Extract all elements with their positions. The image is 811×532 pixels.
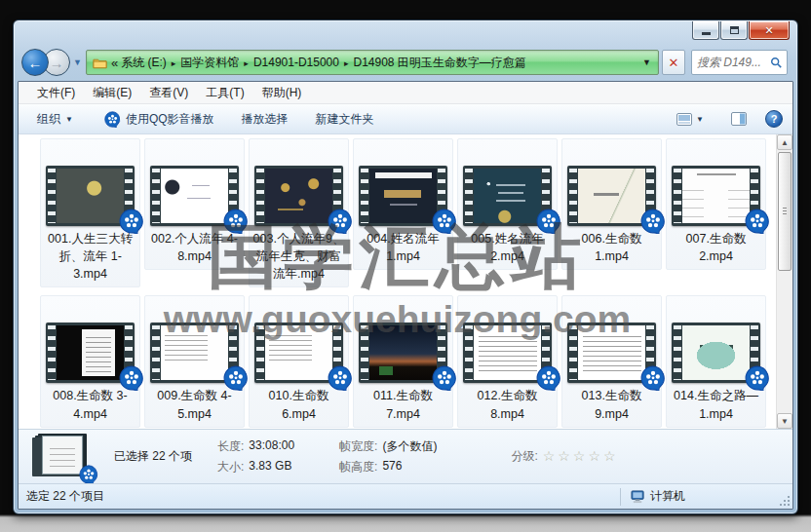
qq-player-overlay-icon [536,365,561,391]
qq-player-overlay-icon [328,365,353,391]
menu-view[interactable]: 查看(V) [140,82,197,104]
qq-player-icon [79,465,98,484]
length-label: 长度: [217,438,244,455]
qq-player-overlay-icon [432,209,457,234]
breadcrumb-separator-icon[interactable] [170,56,178,69]
views-icon [676,113,692,126]
organize-label: 组织 [37,111,60,128]
close-button[interactable]: ✕ [749,21,790,40]
qq-play-button[interactable]: 使用QQ影音播放 [96,107,223,132]
computer-icon [631,490,645,504]
file-tile[interactable]: 013.生命数 9.mp4 [561,295,662,427]
file-tile[interactable]: 004.姓名流年 1.mp4 [353,138,453,270]
new-folder-button[interactable]: 新建文件夹 [307,107,383,132]
command-toolbar: 组织 ▼ 使用QQ影音播放 播放选择 新建文件夹 ▼ [19,104,792,134]
search-icon[interactable] [770,56,782,69]
scrollbar-thumb[interactable] [778,152,792,271]
change-view-button[interactable]: ▼ [668,109,713,130]
file-tile[interactable]: 014.生命之路—1.mp4 [666,295,766,427]
video-filmstrip-icon [150,323,239,383]
vertical-scrollbar[interactable]: ▲ ▼ [776,134,792,429]
filmstrip-sprockets [361,169,368,223]
new-folder-label: 新建文件夹 [316,111,374,128]
video-filmstrip-icon [463,166,552,226]
menu-tools[interactable]: 工具(T) [197,82,252,104]
status-location: 计算机 [650,488,685,505]
menu-help[interactable]: 帮助(H) [253,82,311,104]
file-tile[interactable]: 011.生命数 7.mp4 [353,295,453,427]
filmstrip-sprockets [256,169,264,223]
file-list[interactable]: 001.人生三大转折、流年 1-3.mp4 002.个人流年 4-8.mp4 0… [19,134,792,429]
qq-player-overlay-icon [745,365,770,391]
file-tile[interactable]: 002.个人流年 4-8.mp4 [144,138,245,270]
qq-player-overlay-icon [119,209,144,234]
back-button[interactable]: ← [21,49,49,76]
file-tile[interactable]: 006.生命数 1.mp4 [561,138,662,270]
maximize-button[interactable] [720,21,748,40]
video-filmstrip-icon [463,323,552,383]
scroll-down-button[interactable]: ▼ [777,413,792,429]
file-tile[interactable]: 003.个人流年9、流年生克、财富流年.mp4 [249,138,349,287]
preview-pane-button[interactable] [722,108,755,130]
file-tile[interactable]: 009.生命数 4-5.mp4 [144,295,245,427]
help-button[interactable]: ? [765,110,783,128]
breadcrumb-separator-icon[interactable] [342,56,351,69]
folder-icon [93,57,107,69]
breadcrumb-overflow-icon[interactable] [111,56,118,70]
frame-width-value: (多个数值) [382,438,437,455]
preview-pane-icon [731,112,747,126]
file-name: 007.生命数 2.mp4 [670,230,762,265]
video-filmstrip-icon [359,323,447,383]
organize-dropdown-icon: ▼ [65,115,73,124]
video-thumbnail [369,169,437,223]
video-filmstrip-icon [150,166,239,226]
help-icon: ? [771,113,778,125]
file-tile[interactable]: 001.人生三大转折、流年 1-3.mp4 [40,138,140,287]
selection-stack-icon [32,434,93,480]
file-name: 006.生命数 1.mp4 [565,230,658,265]
stop-icon: ✕ [668,56,678,70]
breadcrumb-folder-2[interactable]: D14901-D15000 [251,56,342,69]
minimize-button[interactable] [692,21,719,40]
video-filmstrip-icon [567,166,656,226]
file-tile[interactable]: 008.生命数 3-4.mp4 [40,295,140,427]
video-thumbnail [57,169,124,223]
address-dropdown-icon[interactable]: ▼ [639,57,654,67]
breadcrumb-folder-current[interactable]: D14908 田明玉生命数字—疗愈篇 [351,55,529,71]
video-filmstrip-icon [254,166,343,226]
recent-pages-dropdown-icon[interactable]: ▼ [73,57,82,67]
menu-file[interactable]: 文件(F) [28,82,84,104]
filmstrip-sprockets [48,169,56,223]
video-thumbnail [369,325,437,380]
search-box[interactable] [691,50,788,75]
video-filmstrip-icon [46,323,135,383]
size-label: 大小: [217,459,244,475]
qq-player-overlay-icon [328,209,353,234]
file-tile[interactable]: 010.生命数 6.mp4 [249,295,349,427]
status-selection-text: 选定 22 个项目 [19,488,620,505]
rating-stars[interactable]: ☆☆☆☆☆ [543,448,619,465]
menu-edit[interactable]: 编辑(E) [84,82,140,104]
selection-summary: 已选择 22 个项 [114,448,192,465]
organize-button[interactable]: 组织 ▼ [28,107,82,132]
search-input[interactable] [697,56,770,69]
file-tile[interactable]: 007.生命数 2.mp4 [666,138,766,270]
filmstrip-sprockets [48,325,56,380]
breadcrumb-separator-icon[interactable] [242,56,251,69]
address-bar[interactable]: 系统 (E:) 国学资料馆 D14901-D15000 D14908 田明玉生命… [86,50,659,75]
qq-player-overlay-icon [536,209,561,234]
file-tile[interactable]: 005.姓名流年 2.mp4 [457,138,558,270]
play-select-button[interactable]: 播放选择 [233,107,297,132]
file-name: 010.生命数 6.mp4 [252,387,345,422]
breadcrumb-drive[interactable]: 系统 (E:) [118,55,170,71]
resize-grip-icon[interactable] [779,495,791,507]
file-name: 013.生命数 9.mp4 [565,387,658,422]
title-bar[interactable]: ✕ [14,20,797,44]
file-tile[interactable]: 012.生命数 8.mp4 [457,295,558,427]
scroll-up-button[interactable]: ▲ [777,134,792,150]
file-name: 014.生命之路—1.mp4 [670,387,762,422]
breadcrumb-folder-1[interactable]: 国学资料馆 [177,55,242,71]
stop-button[interactable]: ✕ [662,50,685,75]
video-thumbnail [161,169,228,223]
close-icon: ✕ [764,24,773,37]
